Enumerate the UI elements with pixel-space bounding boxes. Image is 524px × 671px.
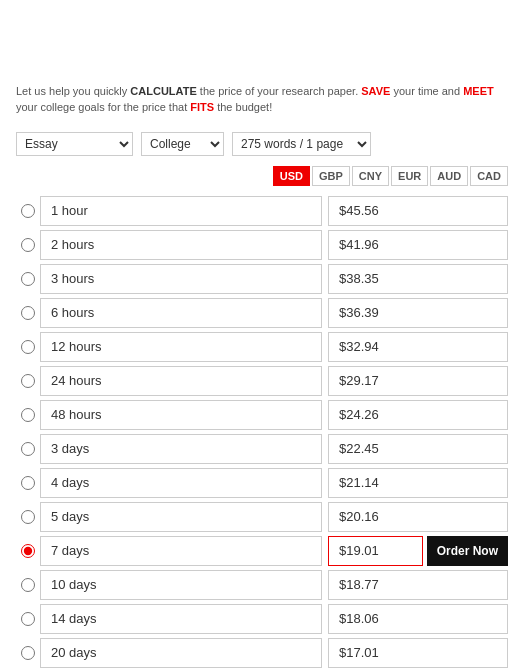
pricing-row: 3 hours $38.35 — [16, 264, 508, 294]
controls-row: Essay Research Paper Term Paper Disserta… — [16, 130, 508, 186]
radio-col — [16, 646, 40, 660]
price-box: $19.01 — [328, 536, 423, 566]
type-of-work-group: Essay Research Paper Term Paper Disserta… — [16, 130, 133, 156]
pricing-row: 7 days $19.01 Order Now — [16, 536, 508, 566]
deadline-col: 1 hour — [40, 196, 322, 226]
deadline-radio[interactable] — [21, 272, 35, 286]
deadline-col: 7 days — [40, 536, 322, 566]
pricing-row: 2 hours $41.96 — [16, 230, 508, 260]
deadline-radio[interactable] — [21, 510, 35, 524]
deadline-col: 48 hours — [40, 400, 322, 430]
price-col: $41.96 — [328, 230, 508, 260]
type-of-work-select[interactable]: Essay Research Paper Term Paper Disserta… — [16, 132, 133, 156]
academic-level-group: College University Master's PhD — [141, 130, 224, 156]
deadline-box: 6 hours — [40, 298, 322, 328]
currency-cny[interactable]: CNY — [352, 166, 389, 186]
deadline-col: 20 days — [40, 638, 322, 668]
deadline-col: 5 days — [40, 502, 322, 532]
academic-level-select[interactable]: College University Master's PhD — [141, 132, 224, 156]
deadline-box: 20 days — [40, 638, 322, 668]
pages-select[interactable]: 275 words / 1 page 550 words / 2 pages — [232, 132, 371, 156]
price-col: $18.06 — [328, 604, 508, 634]
deadline-box: 2 hours — [40, 230, 322, 260]
radio-col — [16, 578, 40, 592]
price-box: $45.56 — [328, 196, 508, 226]
radio-col — [16, 272, 40, 286]
radio-col — [16, 408, 40, 422]
price-box: $18.77 — [328, 570, 508, 600]
pricing-list: 1 hour $45.56 2 hours $41.96 — [16, 196, 508, 671]
pricing-row: 6 hours $36.39 — [16, 298, 508, 328]
deadline-radio[interactable] — [21, 204, 35, 218]
price-box: $24.26 — [328, 400, 508, 430]
price-box: $20.16 — [328, 502, 508, 532]
main-container: Let us help you quickly CALCULATE the pr… — [0, 0, 524, 671]
price-box: $22.45 — [328, 434, 508, 464]
deadline-col: 2 hours — [40, 230, 322, 260]
pricing-row: 24 hours $29.17 — [16, 366, 508, 396]
currency-buttons: USD GBP CNY EUR AUD CAD — [273, 166, 508, 186]
deadline-radio[interactable] — [21, 646, 35, 660]
radio-col — [16, 374, 40, 388]
price-box: $32.94 — [328, 332, 508, 362]
price-col: $38.35 — [328, 264, 508, 294]
radio-col — [16, 340, 40, 354]
pricing-row: 5 days $20.16 — [16, 502, 508, 532]
price-box: $36.39 — [328, 298, 508, 328]
page-title — [16, 18, 508, 71]
deadline-radio[interactable] — [21, 408, 35, 422]
subtitle: Let us help you quickly CALCULATE the pr… — [16, 83, 508, 116]
price-col: $17.01 — [328, 638, 508, 668]
deadline-radio[interactable] — [21, 612, 35, 626]
pricing-row: 10 days $18.77 — [16, 570, 508, 600]
deadline-radio[interactable] — [21, 544, 35, 558]
currency-cad[interactable]: CAD — [470, 166, 508, 186]
currency-gbp[interactable]: GBP — [312, 166, 350, 186]
pricing-row: 48 hours $24.26 — [16, 400, 508, 430]
deadline-col: 10 days — [40, 570, 322, 600]
order-now-button[interactable]: Order Now — [427, 536, 508, 566]
radio-col — [16, 544, 40, 558]
deadline-radio[interactable] — [21, 340, 35, 354]
pricing-row: 12 hours $32.94 — [16, 332, 508, 362]
price-box: $38.35 — [328, 264, 508, 294]
price-col: $29.17 — [328, 366, 508, 396]
deadline-radio[interactable] — [21, 374, 35, 388]
deadline-col: 4 days — [40, 468, 322, 498]
price-col: $32.94 — [328, 332, 508, 362]
currency-usd[interactable]: USD — [273, 166, 310, 186]
radio-col — [16, 442, 40, 456]
deadline-radio[interactable] — [21, 306, 35, 320]
currency-eur[interactable]: EUR — [391, 166, 428, 186]
deadline-box: 7 days — [40, 536, 322, 566]
deadline-box: 4 days — [40, 468, 322, 498]
deadline-box: 24 hours — [40, 366, 322, 396]
deadline-box: 12 hours — [40, 332, 322, 362]
radio-col — [16, 204, 40, 218]
pricing-row: 3 days $22.45 — [16, 434, 508, 464]
price-col: $18.77 — [328, 570, 508, 600]
deadline-box: 3 days — [40, 434, 322, 464]
deadline-col: 14 days — [40, 604, 322, 634]
pricing-row: 4 days $21.14 — [16, 468, 508, 498]
deadline-col: 6 hours — [40, 298, 322, 328]
deadline-radio[interactable] — [21, 578, 35, 592]
deadline-col: 24 hours — [40, 366, 322, 396]
price-col: $24.26 — [328, 400, 508, 430]
deadline-box: 3 hours — [40, 264, 322, 294]
price-box: $21.14 — [328, 468, 508, 498]
price-box: $29.17 — [328, 366, 508, 396]
deadline-box: 5 days — [40, 502, 322, 532]
price-box: $41.96 — [328, 230, 508, 260]
price-col: $19.01 Order Now — [328, 536, 508, 566]
radio-col — [16, 476, 40, 490]
deadline-col: 3 days — [40, 434, 322, 464]
price-box: $17.01 — [328, 638, 508, 668]
price-col: $22.45 — [328, 434, 508, 464]
radio-col — [16, 306, 40, 320]
currency-aud[interactable]: AUD — [430, 166, 468, 186]
deadline-radio[interactable] — [21, 442, 35, 456]
deadline-radio[interactable] — [21, 476, 35, 490]
price-box: $18.06 — [328, 604, 508, 634]
deadline-radio[interactable] — [21, 238, 35, 252]
